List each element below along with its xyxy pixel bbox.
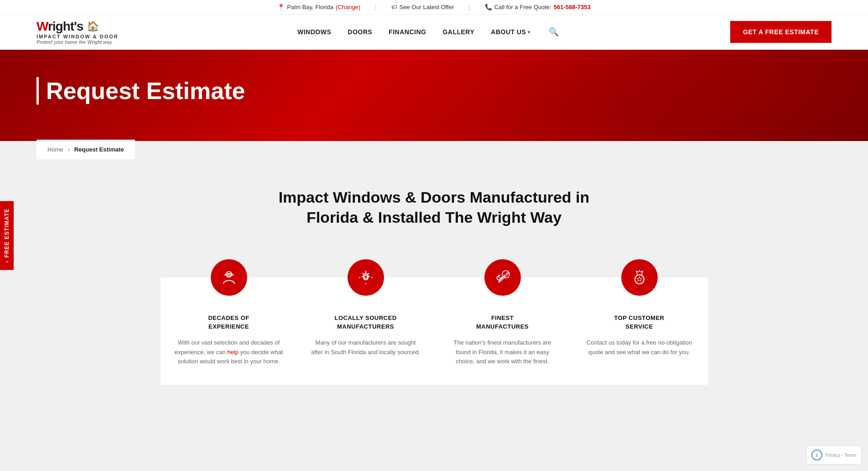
logo-house-icon: 🏠 [87,21,99,32]
location-pin-icon: 📍 [277,4,285,10]
phone-icon: 📞 [485,4,492,10]
main-nav: WINDOWS DOORS FINANCING GALLERY ABOUT US… [155,25,703,39]
feature-cards-grid: DECADES OF EXPERIENCE With our vast sele… [161,255,708,385]
side-tab-label: FREE ESTIMATE [4,208,10,257]
card-service-title: TOP CUSTOMER SERVICE [585,314,694,330]
side-tab-arrow: › [4,261,10,263]
nav-doors[interactable]: DOORS [348,28,372,36]
logo-brand: Wright's [36,19,83,34]
section-title: Impact Windows & Doors Manufactured in F… [252,187,617,227]
hero-title: Request Estimate [46,77,245,105]
card-customer-service: TOP CUSTOMER SERVICE Contact us today fo… [571,277,708,385]
get-free-estimate-button[interactable]: GET A FREE ESTIMATE [730,21,832,43]
card-finest: FINEST MANUFACTURES The nation's finest … [434,277,571,385]
phone-label: Call for a Free Quote: [494,4,551,10]
card-service-text: Contact us today for a free no-obligatio… [585,338,694,357]
nav-gallery[interactable]: GALLERY [442,28,474,36]
top-bar: 📍 Palm Bay, Florida (Change) | 🏷 See Our… [0,0,868,15]
breadcrumb-current: Request Estimate [74,146,124,153]
logo-tagline: Protect your home the Wright way [36,39,112,45]
breadcrumb-container: Home › Request Estimate [36,140,135,159]
card-icon-medal [621,259,658,296]
site-header: Wright's 🏠 IMPACT WINDOW & DOOR Protect … [0,15,868,50]
sep2: | [468,4,470,10]
card-icon-gear-star [348,259,384,296]
card-locally-title: LOCALLY SOURCED MANUFACTURERS [311,314,421,330]
phone-item: 📞 Call for a Free Quote: 561-588-7353 [485,4,591,10]
logo[interactable]: Wright's 🏠 IMPACT WINDOW & DOOR Protect … [36,19,128,45]
card-finest-text: The nation's finest manufacturers are fo… [448,338,557,366]
offer-item[interactable]: 🏷 See Our Latest Offer [391,4,454,10]
card-locally-text: Many of our manufacturers are sought aft… [311,338,421,357]
hero-accent-bar [36,77,39,105]
card-finest-title: FINEST MANUFACTURES [448,314,557,330]
main-content: Impact Windows & Doors Manufactured in F… [0,160,868,421]
free-estimate-side-tab[interactable]: › FREE ESTIMATE [0,201,14,270]
breadcrumb: Home › Request Estimate [47,146,124,153]
card-help-link[interactable]: help [227,349,239,356]
nav-financing[interactable]: FINANCING [389,28,426,36]
hero-title-bar: Request Estimate [36,77,832,105]
nav-windows[interactable]: WINDOWS [297,28,331,36]
offer-icon: 🏷 [391,4,397,10]
breadcrumb-home-link[interactable]: Home [47,146,63,153]
card-icon-wrench [484,259,521,296]
breadcrumb-separator: › [68,147,70,153]
sep1: | [375,4,376,10]
about-us-chevron-icon: ▾ [528,30,530,35]
svg-marker-9 [637,277,642,282]
offer-text: See Our Latest Offer [400,4,454,10]
logo-sub: IMPACT WINDOW & DOOR [36,34,119,39]
nav-about-us[interactable]: ABOUT US ▾ [491,28,530,36]
location-item: 📍 Palm Bay, Florida (Change) [277,4,360,10]
svg-point-7 [502,271,509,278]
card-decades-text: With our vast selection and decades of e… [174,338,284,366]
card-locally-sourced: LOCALLY SOURCED MANUFACTURERS Many of ou… [297,277,434,385]
search-button[interactable]: 🔍 [547,25,561,39]
card-icon-worker [211,259,247,296]
card-decades-title: DECADES OF EXPERIENCE [174,314,284,330]
location-text: Palm Bay, Florida [287,4,333,10]
hero-banner: Request Estimate [0,50,868,141]
change-link[interactable]: (Change) [336,4,360,10]
phone-number[interactable]: 561-588-7353 [554,4,591,10]
card-decades-experience: DECADES OF EXPERIENCE With our vast sele… [161,277,297,385]
